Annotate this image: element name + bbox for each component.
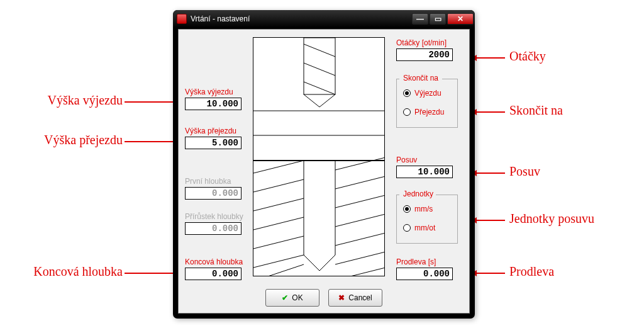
svg-line-9 [253, 161, 304, 173]
input-posuv[interactable]: 10.000 [396, 166, 453, 178]
arrow [477, 220, 505, 221]
label-prvni-hloubka: První hloubka [185, 177, 231, 186]
radio-label: Výjezdu [414, 89, 441, 98]
arrow [125, 101, 175, 103]
input-koncova[interactable]: 0.000 [185, 268, 242, 280]
radio-prejezdu[interactable]: Přejezdu [403, 108, 444, 116]
arrow [477, 172, 505, 174]
radio-vyjezdu[interactable]: Výjezdu [403, 89, 441, 98]
svg-line-12 [253, 217, 304, 230]
group-jednotky-title: Jednotky [401, 189, 436, 198]
cancel-label: Cancel [348, 293, 372, 302]
svg-line-13 [253, 236, 304, 249]
minimize-button[interactable]: — [412, 13, 428, 25]
label-prodleva: Prodleva [s] [396, 257, 436, 266]
radio-label: mm/s [414, 205, 433, 213]
svg-line-22 [348, 268, 385, 276]
titlebar[interactable]: Vrtání - nastavení — ▭ ✕ [173, 10, 475, 28]
group-skoncit-title: Skončit na [401, 74, 441, 82]
input-vyska-prejezdu[interactable]: 5.000 [185, 137, 242, 149]
arrow [125, 141, 175, 142]
callout-jednotky: Jednotky posuvu [509, 212, 594, 226]
input-prvni-hloubka: 0.000 [185, 187, 242, 200]
ok-button[interactable]: ✔ OK [265, 289, 319, 307]
callout-vyska-vyjezdu: Výška výjezdu [13, 93, 123, 108]
input-prirustek: 0.000 [185, 222, 242, 235]
svg-line-10 [253, 179, 304, 192]
close-button[interactable]: ✕ [447, 13, 474, 25]
svg-line-11 [253, 198, 304, 211]
svg-line-20 [335, 233, 385, 246]
radio-mms[interactable]: mm/s [403, 205, 433, 213]
svg-line-16 [335, 157, 385, 170]
radio-mmot[interactable]: mm/ot [403, 223, 435, 232]
group-skoncit: Skončit na Výjezdu Přejezdu [396, 79, 458, 128]
callout-skoncit: Skončit na [509, 103, 563, 118]
svg-line-14 [253, 255, 304, 268]
callout-otacky: Otáčky [509, 49, 546, 64]
callout-koncova-hloubka: Koncová hloubka [13, 264, 123, 279]
callout-vyska-prejezdu: Výška přejezdu [13, 133, 123, 147]
input-vyska-vyjezdu[interactable]: 10.000 [185, 98, 242, 110]
arrow [125, 273, 175, 274]
arrow [477, 273, 505, 274]
cancel-button[interactable]: ✖ Cancel [328, 289, 382, 307]
svg-line-21 [335, 252, 385, 264]
dialog-window: Vrtání - nastavení — ▭ ✕ Výška výjezdu 1… [173, 10, 475, 319]
svg-line-18 [335, 195, 385, 208]
group-jednotky: Jednotky mm/s mm/ot [396, 195, 458, 244]
svg-line-17 [335, 176, 385, 189]
label-vyska-vyjezdu: Výška výjezdu [185, 88, 233, 96]
label-otacky: Otáčky [ot/min] [396, 38, 447, 47]
checkmark-icon: ✔ [282, 293, 288, 302]
label-prirustek: Přírůstek hloubky [185, 212, 243, 221]
window-title: Vrtání - nastavení [191, 14, 250, 23]
arrow [477, 111, 505, 113]
maximize-button[interactable]: ▭ [430, 13, 446, 25]
arrow [477, 57, 505, 59]
app-icon [177, 14, 187, 24]
svg-line-19 [335, 214, 385, 227]
label-vyska-prejezdu: Výška přejezdu [185, 127, 236, 135]
input-otacky[interactable]: 2000 [396, 48, 453, 61]
callout-prodleva: Prodleva [509, 264, 554, 279]
callout-posuv: Posuv [509, 164, 540, 179]
radio-label: mm/ot [414, 223, 435, 232]
radio-label: Přejezdu [414, 108, 444, 116]
dialog-client: Výška výjezdu 10.000 Výška přejezdu 5.00… [178, 29, 470, 314]
ok-label: OK [292, 293, 303, 302]
label-koncova: Koncová hloubka [185, 257, 243, 266]
label-posuv: Posuv [396, 156, 417, 164]
input-prodleva[interactable]: 0.000 [396, 268, 453, 280]
svg-line-15 [266, 264, 304, 276]
drill-diagram [253, 37, 385, 276]
x-icon: ✖ [338, 293, 345, 302]
